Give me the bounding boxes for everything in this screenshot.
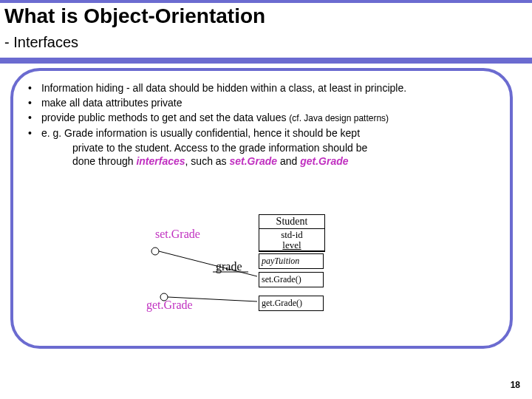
uml-class-name: Student xyxy=(259,215,324,229)
keyword-setgrade: set.Grade xyxy=(229,155,277,167)
lollipop-set-icon xyxy=(151,248,159,255)
bullet-dot: • xyxy=(28,111,38,124)
bullet-3: • provide public methods to get and set … xyxy=(28,111,508,125)
connector-set xyxy=(159,251,257,276)
page-number: 18 xyxy=(511,380,520,390)
bullet-4: • e. g. Grade information is usually con… xyxy=(28,126,508,140)
bullet-dot: • xyxy=(28,96,38,109)
text-run: and xyxy=(277,155,300,167)
bullet-1: • Information hiding - all data should b… xyxy=(28,81,508,95)
bullet-text: make all data attributes private xyxy=(41,96,499,109)
slide: What is Object-Orientation - Interfaces … xyxy=(0,0,532,399)
bullet-dot: • xyxy=(28,126,38,140)
uml-op-paytuition: payTuition xyxy=(259,253,324,269)
bullet-2: • make all data attributes private xyxy=(28,96,508,109)
bullet-list: • Information hiding - all data should b… xyxy=(28,81,508,168)
uml-diagram: set.Grade get.Grade grade Student std-id… xyxy=(126,207,421,340)
keyword-interfaces: interfaces xyxy=(136,155,185,167)
accent-bar-top xyxy=(0,0,532,3)
uml-class-attrs: std-id level xyxy=(259,229,324,251)
uml-op-setgrade: set.Grade() xyxy=(259,272,324,287)
slide-subtitle: - Interfaces xyxy=(4,34,78,51)
slide-title: What is Object-Orientation xyxy=(4,4,265,28)
keyword-getgrade: get.Grade xyxy=(300,155,348,167)
bullet-cf-note: (cf. Java design patterns) xyxy=(289,113,389,123)
text-run: , such as xyxy=(185,155,230,167)
bullet-4-cont-2: done through interfaces, such as set.Gra… xyxy=(72,154,494,168)
uml-op-getgrade: get.Grade() xyxy=(259,296,324,311)
text-run: done through xyxy=(72,155,136,167)
uml-class-box: Student std-id level xyxy=(259,214,325,252)
uml-attr-level: level xyxy=(282,239,301,250)
bullet-text-pre: provide public methods to get and set th… xyxy=(41,112,289,123)
bullet-text: Information hiding - all data should be … xyxy=(41,81,499,95)
bullet-4-cont-1: private to the student. Access to the gr… xyxy=(72,141,494,154)
lollipop-get-icon xyxy=(160,293,168,301)
accent-bar-under-title xyxy=(0,58,532,64)
bullet-text: provide public methods to get and set th… xyxy=(41,111,499,125)
bullet-text: e. g. Grade information is usually confi… xyxy=(41,126,499,140)
connector-get xyxy=(168,297,257,301)
bullet-dot: • xyxy=(28,81,38,95)
